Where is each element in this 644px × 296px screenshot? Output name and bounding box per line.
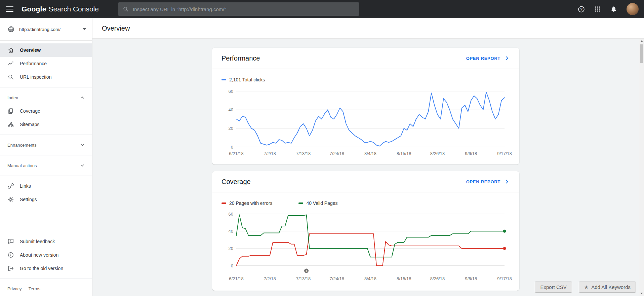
scrollbar-track[interactable] [639, 44, 644, 291]
performance-card-body: 2,101 Total clicks 02040606/21/187/2/187… [212, 69, 519, 164]
svg-text:9/6/18: 9/6/18 [465, 151, 477, 156]
divider [0, 87, 92, 87]
legend-dash-green [298, 202, 303, 204]
sidebar-item-go-to-old-version[interactable]: Go to the old version [0, 262, 92, 275]
scrollbar-up-arrow[interactable] [639, 39, 644, 44]
logo-google: Google [22, 5, 46, 13]
sidebar-item-performance[interactable]: Performance [0, 57, 92, 70]
sidebar-section-manual-actions[interactable]: Manual actions [0, 159, 92, 172]
sidebar-item-submit-feedback[interactable]: Submit feedback [0, 235, 92, 248]
svg-text:40: 40 [229, 107, 233, 112]
legend-dash-blue [222, 79, 226, 80]
sidebar-item-label: Settings [20, 197, 37, 202]
star-icon: ★ [584, 284, 589, 290]
property-url: http://dinhtrang.com/ [19, 27, 78, 32]
sidebar-item-label: Overview [20, 47, 41, 53]
svg-text:6/21/18: 6/21/18 [229, 276, 243, 281]
coverage-card: Coverage OPEN REPORT 20 Pages with error… [212, 171, 519, 291]
spacer [0, 206, 92, 235]
sidebar-item-coverage[interactable]: Coverage [0, 104, 92, 118]
page-header: Overview [92, 18, 644, 39]
divider [0, 176, 92, 176]
privacy-link[interactable]: Privacy [7, 286, 22, 291]
performance-chart: 02040606/21/187/2/187/13/187/24/188/4/18… [222, 87, 510, 158]
sidebar-item-url-inspection[interactable]: URL inspection [0, 70, 92, 84]
sidebar-item-overview[interactable]: Overview [0, 43, 92, 57]
content-area: Performance OPEN REPORT 2,101 Total clic… [92, 39, 644, 296]
sidebar-item-about-new-version[interactable]: About new version [0, 248, 92, 262]
url-inspect-input[interactable] [133, 6, 355, 12]
add-all-keywords-button[interactable]: ★ Add All Keywords [579, 282, 636, 293]
sidebar-item-label: Submit feedback [20, 239, 55, 244]
svg-text:7/24/18: 7/24/18 [330, 151, 344, 156]
performance-open-report-link[interactable]: OPEN REPORT [466, 55, 510, 61]
sidebar-section-index[interactable]: Index [0, 91, 92, 104]
svg-text:8/4/18: 8/4/18 [364, 276, 376, 281]
scrollbar-thumb[interactable] [640, 44, 643, 63]
vertical-scrollbar[interactable] [639, 39, 644, 296]
app-logo[interactable]: GoogleSearch Console [22, 5, 99, 13]
svg-text:8/15/18: 8/15/18 [397, 276, 411, 281]
svg-text:9/17/18: 9/17/18 [497, 276, 512, 281]
performance-card: Performance OPEN REPORT 2,101 Total clic… [212, 48, 519, 164]
performance-card-header: Performance OPEN REPORT [212, 48, 519, 69]
property-selector[interactable]: http://dinhtrang.com/ [0, 18, 92, 41]
sidebar-item-links[interactable]: Links [0, 179, 92, 193]
scrollbar-down-arrow[interactable] [639, 291, 644, 296]
svg-text:60: 60 [229, 212, 233, 217]
coverage-card-header: Coverage OPEN REPORT [212, 171, 519, 192]
topbar-actions: ? [578, 0, 639, 18]
terms-link[interactable]: Terms [29, 286, 40, 291]
legend-label: 2,101 Total clicks [229, 77, 265, 82]
home-icon [7, 47, 14, 53]
svg-text:i: i [306, 269, 307, 273]
section-label: Enhancements [7, 143, 37, 148]
svg-text:7/2/18: 7/2/18 [264, 276, 276, 281]
section-label: Manual actions [7, 163, 37, 168]
avatar[interactable] [627, 3, 639, 15]
export-csv-button[interactable]: Export CSV [535, 282, 572, 293]
menu-icon[interactable] [6, 6, 13, 12]
settings-gear-icon [7, 196, 14, 203]
svg-text:8/4/18: 8/4/18 [364, 151, 376, 156]
performance-legend: 2,101 Total clicks [222, 76, 510, 83]
divider [0, 279, 92, 279]
url-inspect-searchbox[interactable] [118, 2, 359, 16]
sidebar-item-sitemaps[interactable]: Sitemaps [0, 118, 92, 131]
help-icon[interactable]: ? [578, 6, 585, 13]
sidebar-item-label: About new version [20, 252, 58, 258]
legend-label: 40 Valid Pages [306, 200, 337, 206]
coverage-open-report-link[interactable]: OPEN REPORT [466, 179, 510, 185]
svg-text:9/17/18: 9/17/18 [497, 151, 512, 156]
legend-item-total-clicks: 2,101 Total clicks [222, 77, 265, 82]
apps-grid-icon[interactable] [594, 6, 601, 12]
svg-text:7/2/18: 7/2/18 [264, 151, 276, 156]
info-icon [7, 252, 14, 258]
search-icon [7, 74, 14, 80]
sidebar-item-label: URL inspection [20, 74, 51, 80]
chevron-right-icon [504, 179, 510, 185]
logo-search-console: Search Console [49, 5, 99, 13]
sidebar-item-label: Sitemaps [20, 122, 39, 127]
topbar: GoogleSearch Console ? [0, 0, 644, 18]
extension-overlay: Export CSV ★ Add All Keywords [535, 282, 636, 293]
sidebar-item-label: Links [20, 183, 31, 189]
main-area: Overview Performance OPEN REPORT [92, 18, 644, 296]
coverage-legend: 20 Pages with errors 40 Valid Pages [222, 200, 510, 207]
svg-text:0: 0 [231, 263, 233, 268]
svg-text:0: 0 [231, 145, 233, 150]
svg-text:?: ? [580, 7, 582, 11]
section-label: Index [7, 95, 18, 100]
svg-text:6/21/18: 6/21/18 [229, 151, 243, 156]
svg-text:20: 20 [229, 246, 233, 251]
svg-text:8/26/18: 8/26/18 [430, 276, 445, 281]
sidebar-nav: Overview Performance URL inspection Inde… [0, 41, 92, 296]
sidebar-section-enhancements[interactable]: Enhancements [0, 138, 92, 152]
svg-text:60: 60 [229, 89, 233, 94]
legend-item-valid-pages: 40 Valid Pages [298, 200, 337, 206]
svg-text:20: 20 [229, 126, 233, 131]
search-icon [123, 6, 129, 12]
sidebar-item-settings[interactable]: Settings [0, 193, 92, 206]
notifications-bell-icon[interactable] [610, 6, 617, 12]
app-shell: http://dinhtrang.com/ Overview Performan… [0, 0, 644, 296]
